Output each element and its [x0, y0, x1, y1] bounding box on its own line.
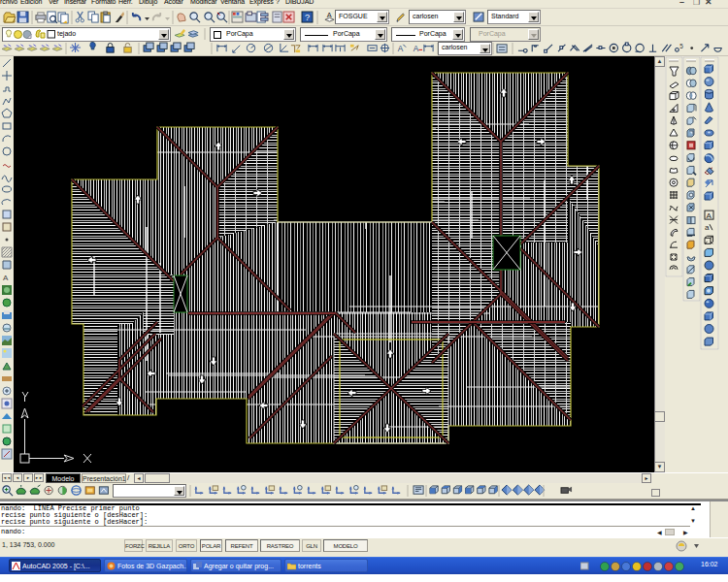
svg-text:A: A [398, 45, 404, 53]
svg-text:A: A [414, 45, 419, 53]
svg-text:A: A [707, 211, 712, 220]
svg-text:A: A [3, 274, 9, 282]
svg-text:?: ? [305, 13, 310, 22]
svg-text:A: A [327, 11, 332, 19]
svg-text:5: 5 [679, 43, 683, 49]
svg-text:a: a [705, 223, 710, 232]
